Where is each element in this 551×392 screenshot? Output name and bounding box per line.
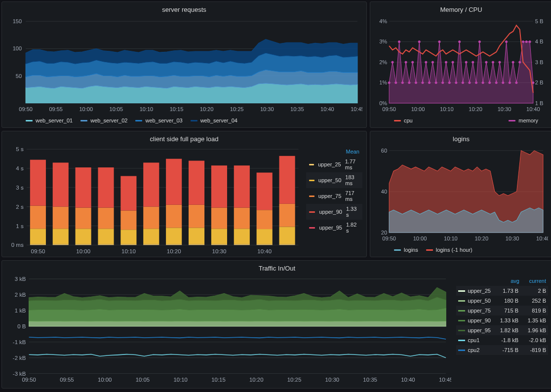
legend-item[interactable]: web_server_02: [80, 118, 127, 123]
legend-item[interactable]: web_server_01: [26, 118, 73, 123]
svg-text:4 B: 4 B: [535, 39, 544, 44]
svg-point-73: [502, 81, 504, 84]
svg-text:10:20: 10:20: [469, 106, 482, 112]
svg-text:10:30: 10:30: [325, 377, 339, 383]
svg-text:10:30: 10:30: [212, 248, 227, 254]
svg-text:2 kB: 2 kB: [15, 292, 26, 298]
legend-row[interactable]: upper_251.73 B2 B: [456, 286, 549, 296]
svg-text:3 kB: 3 kB: [15, 276, 26, 282]
svg-text:1 kB: 1 kB: [15, 308, 26, 314]
svg-text:5 B: 5 B: [535, 18, 544, 24]
svg-text:4%: 4%: [379, 18, 387, 24]
legend-row[interactable]: upper_50183 ms: [306, 172, 362, 188]
svg-text:10:00: 10:00: [411, 106, 425, 112]
legend-row[interactable]: cpu1-1.8 kB-2.0 kB: [456, 335, 549, 345]
svg-point-40: [391, 61, 394, 63]
svg-rect-118: [120, 230, 136, 244]
svg-text:10:10: 10:10: [121, 248, 136, 254]
svg-text:50: 50: [16, 73, 22, 79]
chart-logins[interactable]: 20406009:5010:0010:1010:2010:3010:40: [374, 147, 548, 244]
legend-server-requests: web_server_01web_server_02web_server_03w…: [6, 115, 362, 123]
legend-row[interactable]: upper_901.33 s: [306, 204, 362, 220]
chart-traffic[interactable]: -3 kB-2 kB-1 kB0 B1 kB2 kB3 kB09:5009:55…: [6, 276, 451, 384]
svg-point-44: [405, 61, 407, 63]
svg-rect-134: [211, 229, 227, 244]
svg-text:10:40: 10:40: [526, 106, 540, 112]
legend-row[interactable]: upper_951.82 s: [306, 220, 362, 235]
svg-rect-123: [143, 207, 159, 229]
chart-page-load[interactable]: 0 ms1 s2 s3 s4 s5 s09:5010:0010:1010:201…: [6, 147, 301, 255]
svg-rect-120: [120, 176, 136, 211]
chart-memory-cpu[interactable]: 0%1%2%3%4%1 B2 B3 B4 B5 B09:5010:0010:10…: [374, 17, 548, 115]
svg-text:10:45: 10:45: [439, 377, 451, 383]
svg-text:10:10: 10:10: [140, 106, 154, 112]
svg-text:09:55: 09:55: [49, 106, 63, 112]
panel-traffic[interactable]: Traffic In/Out -3 kB-2 kB-1 kB0 B1 kB2 k…: [1, 260, 551, 389]
svg-text:3 s: 3 s: [16, 185, 24, 191]
legend-page-load: Mean upper_251.77 msupper_50183 msupper_…: [301, 147, 362, 255]
svg-point-55: [441, 81, 444, 84]
svg-rect-135: [211, 208, 227, 229]
svg-text:10:35: 10:35: [363, 377, 377, 383]
svg-rect-126: [166, 228, 182, 244]
legend-item[interactable]: memory: [509, 118, 538, 123]
svg-rect-105: [53, 244, 69, 245]
svg-point-53: [435, 81, 437, 84]
svg-point-74: [505, 40, 508, 43]
panel-server-requests[interactable]: server requests 5010015009:5009:5510:001…: [1, 1, 367, 128]
svg-rect-129: [189, 244, 204, 245]
legend-row[interactable]: upper_951.82 kB1.96 kB: [456, 325, 549, 335]
svg-rect-119: [120, 210, 136, 230]
legend-row[interactable]: upper_75717 ms: [306, 188, 362, 204]
legend-row[interactable]: upper_50180 B252 B: [456, 296, 549, 306]
svg-rect-145: [279, 244, 295, 245]
svg-text:10:00: 10:00: [76, 248, 90, 254]
svg-text:2 s: 2 s: [16, 204, 24, 210]
panel-logins[interactable]: logins 20406009:5010:0010:1010:2010:3010…: [370, 131, 551, 257]
svg-text:09:50: 09:50: [22, 377, 36, 383]
legend-item[interactable]: cpu: [394, 118, 413, 123]
legend-item[interactable]: logins: [394, 247, 418, 253]
svg-text:1%: 1%: [379, 79, 387, 85]
svg-point-80: [525, 40, 528, 43]
svg-rect-141: [257, 244, 273, 245]
legend-row[interactable]: cpu2-715 B-819 B: [456, 345, 549, 355]
svg-rect-133: [211, 244, 227, 245]
svg-rect-144: [257, 173, 273, 210]
panel-title: Traffic In/Out: [6, 265, 548, 272]
svg-text:10:20: 10:20: [474, 235, 488, 241]
svg-rect-108: [53, 162, 69, 206]
legend-item[interactable]: web_server_04: [191, 118, 237, 123]
svg-text:1 B: 1 B: [535, 100, 544, 106]
svg-point-45: [408, 81, 410, 84]
legend-item[interactable]: web_server_03: [135, 118, 182, 123]
legend-row[interactable]: upper_75715 B819 B: [456, 306, 549, 315]
panel-title: server requests: [6, 6, 362, 13]
legend-row[interactable]: upper_901.33 kB1.35 kB: [456, 315, 549, 325]
svg-text:-2 kB: -2 kB: [13, 355, 26, 361]
svg-rect-140: [234, 165, 250, 207]
legend-item[interactable]: logins (-1 hour): [426, 247, 472, 253]
svg-rect-116: [98, 167, 114, 207]
svg-rect-138: [234, 229, 250, 244]
legend-row[interactable]: upper_251.77 ms: [306, 157, 362, 172]
panel-page-load[interactable]: client side full page load 0 ms1 s2 s3 s…: [1, 131, 367, 257]
svg-text:5 s: 5 s: [16, 147, 24, 152]
svg-point-43: [401, 81, 404, 84]
svg-point-66: [478, 40, 481, 43]
svg-text:10:10: 10:10: [173, 377, 187, 383]
svg-point-70: [492, 61, 494, 63]
svg-rect-139: [234, 208, 250, 229]
svg-text:20: 20: [381, 230, 387, 235]
chart-server-requests[interactable]: 5010015009:5009:5510:0010:0510:1010:1510…: [6, 17, 362, 115]
svg-text:40: 40: [381, 189, 387, 195]
svg-point-72: [498, 61, 501, 63]
svg-point-78: [518, 61, 521, 63]
svg-point-79: [522, 40, 524, 43]
svg-point-75: [509, 81, 511, 84]
svg-point-76: [512, 61, 514, 63]
panel-memory-cpu[interactable]: Memory / CPU 0%1%2%3%4%1 B2 B3 B4 B5 B09…: [370, 1, 551, 128]
svg-point-58: [452, 61, 454, 63]
svg-text:3%: 3%: [379, 39, 387, 44]
svg-rect-115: [98, 208, 114, 229]
